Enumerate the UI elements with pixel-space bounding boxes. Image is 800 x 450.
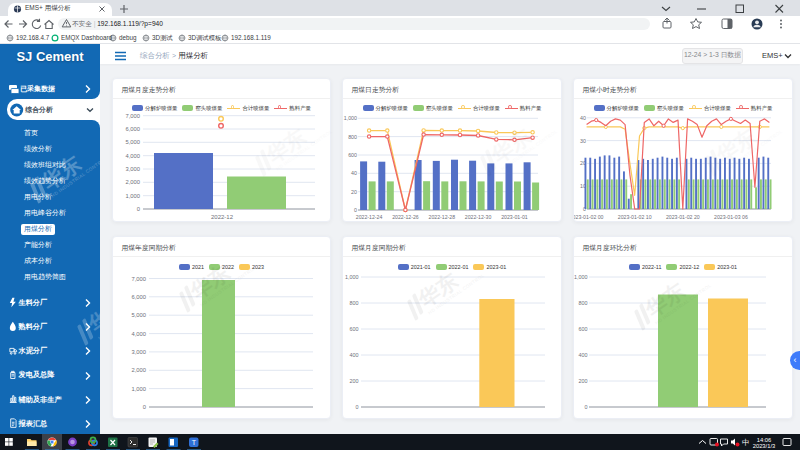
svg-text:14:06: 14:06 — [757, 436, 772, 442]
svg-text:2022-12-26: 2022-12-26 — [392, 214, 419, 220]
svg-text:2022-12: 2022-12 — [211, 214, 234, 220]
svg-text:30: 30 — [580, 138, 586, 144]
svg-text:0: 0 — [137, 206, 140, 212]
svg-text:2023-01-02 10: 2023-01-02 10 — [618, 214, 652, 220]
svg-text:600: 600 — [348, 152, 357, 158]
svg-text:3,000: 3,000 — [125, 166, 140, 172]
svg-text:600: 600 — [579, 326, 588, 332]
svg-text:1,000: 1,000 — [574, 274, 588, 280]
svg-text:0: 0 — [143, 404, 146, 410]
svg-text:7,000: 7,000 — [125, 113, 140, 119]
svg-text:2,000: 2,000 — [125, 179, 140, 185]
svg-text:6,000: 6,000 — [131, 294, 146, 300]
svg-text:200: 200 — [350, 378, 359, 384]
svg-text:800: 800 — [579, 300, 588, 306]
svg-text:2023-01-02 20: 2023-01-02 20 — [666, 214, 700, 220]
svg-text:3,000: 3,000 — [131, 349, 146, 355]
svg-text:20: 20 — [351, 189, 357, 195]
svg-text:5,000: 5,000 — [125, 139, 140, 145]
svg-text:2023-01-02 00: 2023-01-02 00 — [574, 214, 604, 220]
svg-text:T: T — [192, 439, 197, 446]
svg-text:1,000: 1,000 — [131, 386, 146, 392]
svg-text:2022-12-24: 2022-12-24 — [356, 214, 383, 220]
svg-text:1,000: 1,000 — [345, 274, 359, 280]
svg-text:6,000: 6,000 — [125, 126, 140, 132]
svg-text:200: 200 — [579, 378, 588, 384]
svg-text:1,000: 1,000 — [125, 193, 140, 199]
svg-text:800: 800 — [350, 300, 359, 306]
svg-text:600: 600 — [350, 326, 359, 332]
svg-text:40: 40 — [580, 115, 586, 121]
svg-text:4,000: 4,000 — [125, 153, 140, 159]
svg-text:400: 400 — [350, 352, 359, 358]
svg-text:2,000: 2,000 — [131, 367, 146, 373]
svg-text:0: 0 — [585, 404, 588, 410]
svg-text:2023-01-01: 2023-01-01 — [501, 214, 528, 220]
svg-text:0: 0 — [356, 404, 359, 410]
svg-text:2023/1/3: 2023/1/3 — [753, 443, 776, 449]
svg-text:1,000: 1,000 — [344, 115, 357, 121]
svg-text:7,000: 7,000 — [131, 276, 146, 282]
svg-text:2023-01-03 06: 2023-01-03 06 — [714, 214, 748, 220]
svg-text:中: 中 — [742, 438, 750, 447]
svg-text:2022-12-30: 2022-12-30 — [465, 214, 492, 220]
svg-text:4,000: 4,000 — [131, 331, 146, 337]
svg-text:400: 400 — [579, 352, 588, 358]
svg-text:5,000: 5,000 — [131, 312, 146, 318]
svg-text:2022-12-28: 2022-12-28 — [429, 214, 456, 220]
svg-text:40: 40 — [351, 170, 357, 176]
svg-text:0: 0 — [354, 207, 357, 213]
svg-text:800: 800 — [348, 134, 357, 140]
